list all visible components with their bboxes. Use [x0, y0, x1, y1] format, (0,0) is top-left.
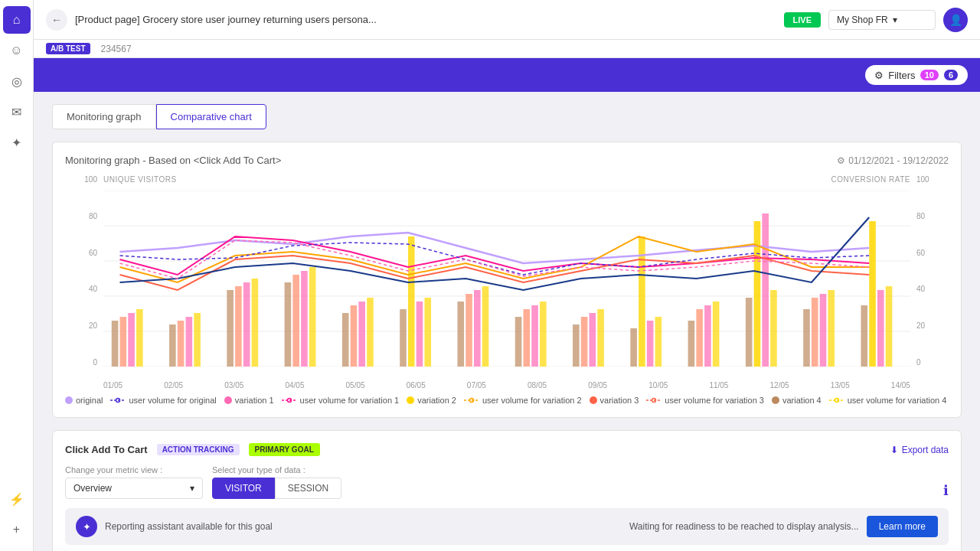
y-right-label: CONVERSION RATE	[831, 175, 910, 184]
metric-row: Change your metric view : Overview ▾ Sel…	[65, 465, 949, 499]
y-axis-left: 100 80 60 40 20 0	[65, 175, 103, 367]
data-type-row: VISITOR SESSION	[212, 478, 341, 499]
assistant-icon: ✦	[76, 516, 97, 537]
header-left: ← [Product page] Grocery store user jour…	[46, 9, 377, 31]
svg-rect-61	[886, 286, 893, 367]
tab-monitoring[interactable]: Monitoring graph	[52, 104, 156, 129]
shop-name: My Shop FR	[837, 15, 888, 25]
svg-rect-25	[408, 236, 415, 367]
y-left-label: UNIQUE VISITORS	[103, 175, 177, 184]
svg-rect-49	[194, 313, 201, 367]
metric-label: Change your metric view :	[65, 465, 203, 474]
filter-icon2: ⚙	[837, 155, 845, 166]
legend-variation2: variation 2	[407, 396, 456, 405]
filters-button[interactable]: ⚙ Filters 10 6	[865, 65, 968, 85]
svg-rect-46	[820, 294, 827, 367]
session-button[interactable]: SESSION	[275, 478, 341, 499]
svg-rect-51	[309, 267, 316, 367]
visitor-button[interactable]: VISITOR	[212, 478, 275, 499]
sidebar-item-chart[interactable]: ◎	[3, 67, 31, 95]
svg-rect-13	[515, 317, 522, 367]
chart-svg	[103, 191, 910, 367]
chevron-down-icon2: ▾	[190, 483, 194, 494]
plus-icon: +	[13, 523, 20, 536]
legend-variation1: variation 1	[224, 396, 274, 405]
sidebar-item-sparkle[interactable]: ✦	[3, 129, 31, 156]
svg-rect-40	[474, 290, 481, 367]
metric-value: Overview	[74, 483, 112, 494]
filter-icon: ⚙	[874, 70, 884, 81]
data-type-block: Select your type of data : VISITOR SESSI…	[212, 465, 341, 499]
svg-rect-15	[630, 328, 637, 367]
svg-rect-28	[581, 317, 588, 367]
svg-rect-27	[524, 309, 531, 367]
svg-rect-21	[178, 321, 185, 367]
legend-variation3: variation 3	[590, 396, 639, 405]
sparkle-icon: ✦	[11, 135, 21, 150]
sidebar-item-add[interactable]: +	[3, 516, 31, 543]
robot-icon: ✦	[83, 521, 91, 533]
sidebar-item-home[interactable]: ⌂	[3, 6, 31, 34]
chart-area: UNIQUE VISITORS CONVERSION RATE 100 80 6…	[65, 175, 949, 390]
chart-title: Monitoring graph - Based on <Click Add T…	[65, 155, 281, 166]
page-content: Monitoring graph Comparative chart Monit…	[34, 92, 980, 551]
sidebar-item-message[interactable]: ✉	[3, 98, 31, 126]
legend-line-variation3	[646, 396, 662, 404]
home-icon: ⌂	[13, 13, 21, 27]
filter-count-badge2: 6	[943, 69, 959, 81]
legend-line-variation2	[464, 396, 479, 404]
back-icon: ←	[51, 14, 62, 26]
export-button[interactable]: ⬇ Export data	[890, 445, 949, 455]
legend-user-vol-variation1: user volume for variation 1	[282, 396, 400, 405]
legend-dot-variation3	[590, 396, 597, 404]
back-button[interactable]: ←	[46, 9, 67, 31]
primary-goal-badge: PRIMARY GOAL	[249, 443, 320, 456]
ab-test-bar: A/B TEST 234567	[34, 40, 980, 58]
legend-original: original	[65, 396, 103, 405]
svg-rect-36	[243, 282, 250, 367]
svg-rect-35	[186, 317, 193, 367]
nav-bar: ⚙ Filters 10 6	[34, 58, 980, 92]
page-title: [Product page] Grocery store user journe…	[75, 14, 377, 25]
data-type-label: Select your type of data :	[212, 465, 341, 474]
learn-more-button[interactable]: Learn more	[867, 516, 938, 537]
shop-selector[interactable]: My Shop FR ▾	[828, 10, 936, 30]
svg-rect-47	[877, 290, 884, 367]
svg-rect-57	[655, 317, 662, 367]
info-icon[interactable]: ℹ	[943, 482, 949, 499]
svg-rect-43	[647, 321, 654, 367]
svg-rect-18	[803, 309, 810, 367]
svg-rect-60	[828, 290, 835, 367]
svg-rect-30	[696, 309, 703, 367]
filters-label: Filters	[888, 70, 915, 81]
svg-rect-33	[869, 221, 876, 367]
bottom-header: Click Add To Cart ACTION TRACKING PRIMAR…	[65, 443, 949, 456]
tab-comparative[interactable]: Comparative chart	[156, 104, 266, 129]
svg-rect-6	[112, 321, 119, 367]
svg-rect-41	[531, 305, 538, 367]
action-label: Click Add To Cart	[65, 444, 148, 455]
chart-section: Monitoring graph - Based on <Click Add T…	[52, 142, 962, 418]
top-header: ← [Product page] Grocery store user jour…	[34, 0, 980, 40]
metric-select[interactable]: Overview ▾	[65, 478, 203, 499]
sidebar-item-analytics[interactable]: ☺	[3, 37, 31, 64]
ab-test-badge: A/B TEST	[46, 43, 90, 54]
svg-rect-48	[136, 309, 143, 367]
avatar[interactable]: 👤	[943, 8, 968, 32]
legend-dot-variation4	[772, 396, 779, 404]
svg-rect-39	[416, 302, 423, 367]
svg-rect-26	[466, 294, 472, 367]
legend-user-vol-variation4: user volume for variation 4	[829, 396, 947, 405]
legend-line-variation1	[282, 396, 297, 404]
sidebar-item-lightning[interactable]: ⚡	[3, 485, 31, 513]
svg-rect-44	[704, 305, 711, 367]
header-right: LIVE My Shop FR ▾ 👤	[784, 8, 968, 32]
svg-rect-38	[358, 302, 365, 367]
svg-rect-45	[762, 214, 769, 367]
export-icon: ⬇	[890, 445, 898, 455]
legend-dot-variation1	[224, 396, 232, 404]
svg-rect-14	[573, 324, 580, 367]
y-axis-right: 100 80 60 40 20 0	[910, 175, 949, 367]
message-icon: ✉	[11, 105, 21, 119]
live-badge: LIVE	[784, 12, 821, 28]
